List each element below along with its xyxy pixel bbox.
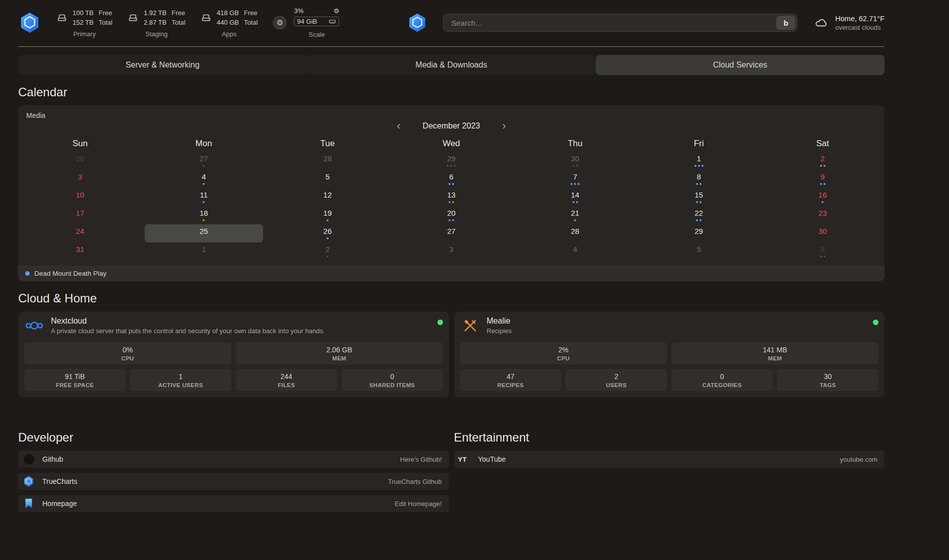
storage-free-label: Free [99, 8, 112, 18]
calendar-day[interactable]: 20 [392, 206, 511, 224]
calendar-day[interactable]: 2 [763, 152, 882, 170]
calendar-event-dots [573, 164, 578, 167]
calendar-prev-button[interactable]: ‹ [394, 120, 403, 132]
calendar-day[interactable]: 3 [21, 170, 140, 188]
calendar-legend: Dead Mount Death Play [18, 266, 884, 281]
calendar-event-dots [696, 201, 702, 204]
storage-total-label: Total [171, 18, 185, 28]
calendar-day[interactable]: 17 [21, 206, 140, 224]
calendar-day[interactable]: 21 [516, 206, 635, 224]
calendar-day[interactable]: 3 [392, 242, 511, 261]
truecharts-logo [407, 12, 428, 33]
calendar-day[interactable]: 6 [392, 170, 511, 188]
service-status-dot [437, 320, 443, 325]
service-link-nextcloud[interactable]: Nextcloud A private cloud server that pu… [24, 317, 443, 335]
calendar-day[interactable]: 5 [640, 242, 758, 261]
tab-media-downloads[interactable]: Media & Downloads [307, 55, 596, 75]
service-title: Nextcloud [51, 317, 325, 326]
calendar-day[interactable]: 28 [516, 224, 635, 242]
calendar-day[interactable]: 6 [763, 242, 882, 261]
calendar-day[interactable]: 25 [145, 224, 264, 242]
calendar-grid: 2627282930123456789101112131415161718192… [18, 152, 884, 261]
service-stats-resources: 0% CPU 2.06 GB MEM [24, 342, 443, 364]
calendar-day[interactable]: 13 [392, 188, 511, 206]
calendar-day[interactable]: 29 [640, 224, 758, 242]
bookmark-group-developer: Developer Github Here's Github! TrueChar… [18, 430, 449, 517]
calendar-next-button[interactable]: › [499, 120, 509, 132]
bookmark-github[interactable]: Github Here's Github! [18, 451, 449, 468]
search-provider-button[interactable]: b [776, 16, 795, 30]
calendar-event-dots [327, 255, 329, 258]
calendar-day[interactable]: 9 [763, 170, 882, 188]
calendar-day[interactable]: 4 [145, 170, 264, 188]
cpu-gear-icon: ⚙ [334, 8, 340, 14]
bookmark-homepage[interactable]: Homepage Edit Homepage! [18, 495, 449, 512]
stat-active-users: 1 ACTIVE USERS [130, 369, 231, 391]
cloud-icon [812, 16, 830, 29]
calendar-weekday: Thu [513, 139, 637, 149]
bookmark-group-entertainment: Entertainment YT YouTube youtube.com [454, 430, 885, 473]
calendar-day[interactable]: 22 [640, 206, 758, 224]
weather-location-temp: Home, 62.71°F [835, 14, 884, 24]
calendar-day[interactable]: 14 [516, 188, 635, 206]
calendar-day[interactable]: 26 [268, 224, 387, 242]
page: 100 TB 152 TB Free Total Primary [18, 0, 884, 517]
calendar-day[interactable]: 18 [145, 206, 264, 224]
calendar-day[interactable]: 24 [21, 224, 140, 242]
calendar-day[interactable]: 19 [268, 206, 387, 224]
disk-icon [56, 12, 68, 23]
tab-cloud-services[interactable]: Cloud Services [596, 55, 884, 75]
tab-server-networking[interactable]: Server & Networking [18, 55, 307, 75]
calendar-event-dots [449, 182, 454, 185]
calendar-event-dots [821, 201, 824, 204]
storage-widget-staging: 1.92 TB 2.87 TB Free Total Staging [128, 8, 185, 38]
bookmark-truecharts[interactable]: TrueCharts TrueCharts Github [18, 473, 449, 490]
mealie-utensils-icon [460, 317, 480, 335]
calendar-weekday: Mon [142, 139, 266, 149]
bookmark-youtube[interactable]: YT YouTube youtube.com [454, 451, 885, 468]
calendar-day[interactable]: 12 [268, 188, 387, 206]
bookmarks-area: Developer Github Here's Github! TrueChar… [18, 430, 884, 517]
calendar-day[interactable]: 23 [763, 206, 882, 224]
calendar-day[interactable]: 11 [145, 188, 264, 206]
youtube-abbr-icon: YT [458, 456, 471, 463]
service-stats-app: 91 TiB FREE SPACE 1 ACTIVE USERS 244 FIL… [24, 369, 443, 391]
calendar-widget: Media ‹ December 2023 › SunMonTueWedThuF… [18, 105, 884, 281]
calendar-day[interactable]: 28 [268, 152, 387, 170]
calendar-day[interactable]: 29 [392, 152, 511, 170]
calendar-weekday: Fri [637, 139, 761, 149]
calendar-day[interactable]: 8 [640, 170, 758, 188]
calendar-day[interactable]: 27 [145, 152, 264, 170]
calendar-event-dots [449, 201, 454, 204]
resources-widget-name: Scale [308, 31, 325, 38]
calendar-day[interactable]: 30 [763, 224, 882, 242]
calendar-day[interactable]: 1 [145, 242, 264, 261]
search-input[interactable] [445, 19, 776, 27]
calendar-day[interactable]: 10 [21, 188, 140, 206]
calendar-day[interactable]: 1 [640, 152, 758, 170]
nextcloud-icon [24, 317, 44, 335]
service-description: Recipies [487, 327, 512, 335]
service-card-mealie: Mealie Recipies 2% CPU 141 MB MEM 47 RE [454, 312, 885, 397]
cpu-value: 3% [294, 7, 303, 15]
search-bar: b [443, 14, 797, 32]
calendar-day[interactable]: 16 [763, 188, 882, 206]
calendar-event-dots [327, 237, 329, 240]
calendar-day[interactable]: 15 [640, 188, 758, 206]
calendar-day[interactable]: 31 [21, 242, 140, 261]
section-title-calendar: Calendar [18, 85, 884, 99]
calendar-day[interactable]: 7 [516, 170, 635, 188]
calendar-day[interactable]: 27 [392, 224, 511, 242]
calendar-event-dots [327, 219, 329, 222]
calendar-day[interactable]: 30 [516, 152, 635, 170]
service-link-mealie[interactable]: Mealie Recipies [460, 317, 879, 335]
calendar-day[interactable]: 26 [21, 152, 140, 170]
calendar-day[interactable]: 4 [516, 242, 635, 261]
calendar-day[interactable]: 2 [268, 242, 387, 261]
storage-free-value: 1.92 TB [144, 8, 166, 18]
calendar-event-dots [696, 219, 702, 222]
calendar-month-title: December 2023 [423, 121, 480, 131]
calendar-event-dots [203, 164, 205, 167]
storage-free-value: 100 TB [73, 8, 94, 18]
calendar-day[interactable]: 5 [268, 170, 387, 188]
